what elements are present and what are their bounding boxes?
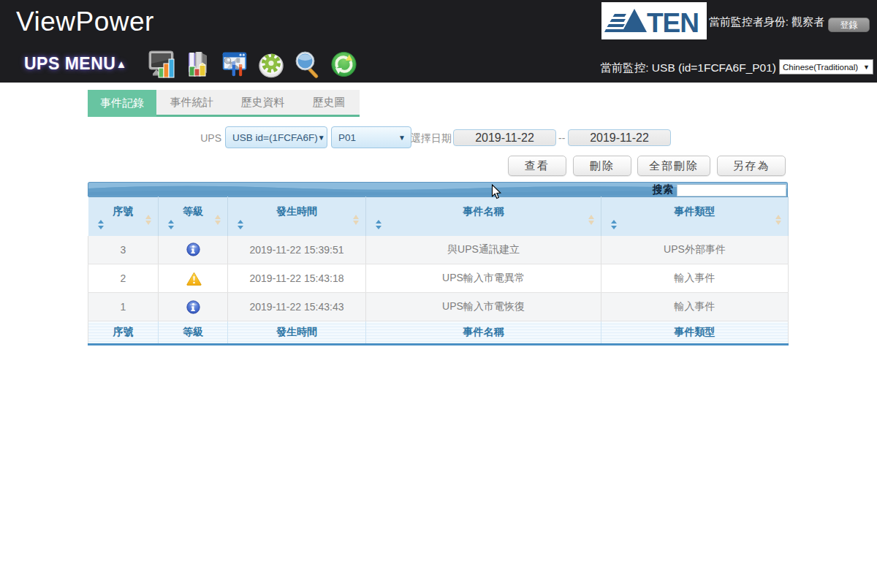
language-select[interactable]: Chinese(Traditional) ▼ <box>779 59 873 75</box>
tab-event-statistics[interactable]: 事件統計 <box>156 90 227 115</box>
date-separator: -- <box>558 132 565 144</box>
column-header-time[interactable]: 發生時間 <box>228 197 366 236</box>
cell-type: UPS外部事件 <box>601 236 789 264</box>
gear-button-icon[interactable] <box>256 49 286 80</box>
sort-arrows-icon <box>775 215 782 225</box>
tab-event-log[interactable]: 事件記錄 <box>88 90 156 117</box>
viewpower-app: ViewPower UPS MENU▲ <box>0 0 877 588</box>
footer-time: 發生時間 <box>228 321 366 345</box>
sort-toggle-icon[interactable] <box>238 220 244 229</box>
table-toolbar: 搜索 <box>88 182 788 196</box>
action-buttons: 查看 刪除 全部刪除 另存為 <box>0 156 877 176</box>
select-value: P01 <box>338 132 356 143</box>
column-label: 序號 <box>113 205 133 218</box>
column-header-line: 事件類型 <box>601 205 788 218</box>
cell-time: 2019-11-22 15:43:43 <box>228 293 366 321</box>
sort-arrows-icon <box>588 215 595 225</box>
table-row[interactable]: 2 2019-11-22 15:43:18 UPS輸入市電異常 輸入事件 <box>88 264 789 293</box>
search-area: 搜索 <box>653 183 786 196</box>
app-title: ViewPower <box>16 7 154 37</box>
sort-arrows-icon <box>145 215 152 225</box>
cell-name: UPS輸入市電恢復 <box>366 293 601 321</box>
table-footer: 序號 等級 發生時間 事件名稱 事件類型 <box>88 321 789 345</box>
column-label: 事件名稱 <box>463 205 504 218</box>
select-caret-icon: ▼ <box>318 134 325 142</box>
column-label: 發生時間 <box>276 205 317 218</box>
ups-select[interactable]: USB id=(1FCFA6F) ▼ <box>225 126 327 148</box>
menu-up-arrow-icon: ▲ <box>115 58 126 70</box>
column-label: 事件類型 <box>675 205 715 218</box>
ups-menu-button[interactable]: UPS MENU▲ <box>24 54 127 74</box>
table-row[interactable]: 1 2019-11-22 15:43:43 UPS輸入市電恢復 輸入事件 <box>88 293 789 321</box>
aten-logo: TEN <box>601 2 707 39</box>
column-header-level[interactable]: 等級 <box>159 197 228 236</box>
segment-select[interactable]: P01 ▼ <box>331 126 411 148</box>
column-header-line: 發生時間 <box>228 205 365 218</box>
column-header-type[interactable]: 事件類型 <box>601 197 789 236</box>
cell-level <box>159 293 228 321</box>
select-caret-icon: ▼ <box>398 134 406 142</box>
cell-seq: 3 <box>88 236 159 264</box>
cell-seq: 1 <box>88 293 159 321</box>
select-caret-icon: ▼ <box>863 64 870 71</box>
delete-button[interactable]: 刪除 <box>573 156 631 176</box>
save-as-button[interactable]: 另存為 <box>717 156 786 176</box>
search-label: 搜索 <box>653 183 673 196</box>
cell-time: 2019-11-22 15:39:51 <box>228 236 366 264</box>
cell-level <box>159 264 228 293</box>
tab-bar: 事件記錄 事件統計 歷史資料 歷史圖 <box>88 90 360 117</box>
login-button[interactable]: 登錄 <box>828 18 870 32</box>
sort-toggle-icon[interactable] <box>168 220 175 229</box>
footer-type: 事件類型 <box>601 321 789 345</box>
current-monitor-text: 當前監控: USB (id=1FCFA6F_P01) <box>600 61 776 76</box>
cell-time: 2019-11-22 15:43:18 <box>228 264 366 293</box>
identity-text: 當前監控者身份: 觀察者 <box>709 15 824 29</box>
view-button[interactable]: 查看 <box>508 156 566 176</box>
refresh-icon[interactable] <box>329 49 359 80</box>
table-header: 序號 等級 發生時間 事件名稱 <box>88 197 789 236</box>
cell-seq: 2 <box>88 264 159 293</box>
date-from-input[interactable]: 2019-11-22 <box>453 129 556 146</box>
event-grid: 序號 等級 發生時間 事件名稱 <box>88 196 789 345</box>
search-magnifier-icon[interactable] <box>292 49 322 80</box>
language-value: Chinese(Traditional) <box>783 63 862 72</box>
svg-text:TEN: TEN <box>647 8 699 37</box>
header-toolbar <box>146 49 359 80</box>
ups-label: UPS <box>189 132 221 144</box>
column-header-name[interactable]: 事件名稱 <box>366 197 601 236</box>
menu-label-text: UPS MENU <box>24 54 115 73</box>
table-row[interactable]: 3 2019-11-22 15:39:51 與UPS通訊建立 UPS外部事件 <box>88 236 789 264</box>
column-header-line: 序號 <box>88 205 159 218</box>
warning-icon <box>186 272 200 286</box>
column-header-seq[interactable]: 序號 <box>88 197 159 236</box>
footer-seq: 序號 <box>88 321 159 345</box>
report-books-icon[interactable] <box>183 49 213 80</box>
cell-type: 輸入事件 <box>601 293 789 321</box>
footer-level: 等級 <box>159 321 228 345</box>
tab-history-data[interactable]: 歷史資料 <box>227 90 298 115</box>
cell-name: UPS輸入市電異常 <box>366 264 601 293</box>
column-header-line: 等級 <box>159 205 227 218</box>
date-label: 選擇日期 <box>409 132 452 145</box>
window-tools-icon[interactable] <box>219 49 249 80</box>
sort-toggle-icon[interactable] <box>98 220 105 229</box>
info-icon <box>186 243 200 256</box>
select-value: USB id=(1FCFA6F) <box>232 132 318 143</box>
event-table: 搜索 序號 等級 發生時間 <box>88 182 788 345</box>
tab-history-chart[interactable]: 歷史圖 <box>298 90 360 115</box>
sort-arrows-icon <box>215 215 221 225</box>
delete-all-button[interactable]: 全部刪除 <box>637 156 710 176</box>
column-label: 等級 <box>183 205 203 218</box>
sort-toggle-icon[interactable] <box>376 220 382 229</box>
monitor-chart-icon[interactable] <box>146 49 176 80</box>
cell-name: 與UPS通訊建立 <box>366 236 601 264</box>
search-input[interactable] <box>677 184 786 196</box>
cell-level <box>159 236 228 264</box>
sort-toggle-icon[interactable] <box>611 220 618 229</box>
date-to-input[interactable]: 2019-11-22 <box>568 129 671 146</box>
filter-row: UPS USB id=(1FCFA6F) ▼ P01 ▼ 選擇日期 2019-1… <box>0 126 877 148</box>
footer-name: 事件名稱 <box>366 321 601 345</box>
header: ViewPower UPS MENU▲ <box>0 0 877 83</box>
column-header-line: 事件名稱 <box>366 205 601 218</box>
info-icon <box>186 300 200 314</box>
